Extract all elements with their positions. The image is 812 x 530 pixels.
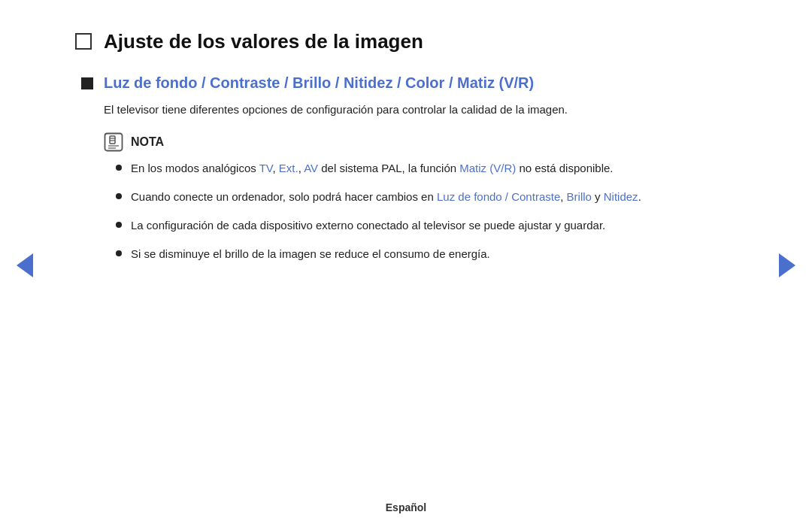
bullet-text-1: En los modos analógicos TV, Ext., AV del… bbox=[131, 159, 614, 177]
black-square-icon bbox=[81, 77, 93, 89]
nota-block: NOTA En los modos analógicos TV, Ext., A… bbox=[104, 132, 737, 263]
link-ext[interactable]: Ext. bbox=[279, 162, 298, 174]
footer-text: Español bbox=[386, 501, 426, 513]
footer: Español bbox=[0, 501, 812, 513]
bullet-text-2: Cuando conecte un ordenador, solo podrá … bbox=[131, 188, 641, 206]
arrow-left-icon bbox=[17, 253, 33, 277]
section-description: El televisor tiene diferentes opciones d… bbox=[104, 101, 737, 119]
list-item: En los modos analógicos TV, Ext., AV del… bbox=[116, 159, 737, 177]
link-luz-contraste[interactable]: Luz de fondo / Contraste bbox=[437, 190, 560, 203]
nota-icon bbox=[104, 132, 123, 152]
link-matiz-vr[interactable]: Matiz (V/R) bbox=[459, 162, 516, 174]
list-item: Cuando conecte un ordenador, solo podrá … bbox=[116, 188, 737, 206]
link-nitidez[interactable]: Nitidez bbox=[604, 190, 638, 203]
nota-header: NOTA bbox=[104, 132, 737, 152]
nav-left-button[interactable] bbox=[14, 250, 36, 280]
list-item: La configuración de cada dispositivo ext… bbox=[116, 217, 737, 235]
bullet-dot bbox=[116, 165, 122, 171]
arrow-right-icon bbox=[779, 253, 795, 277]
bullet-dot bbox=[116, 222, 122, 228]
section-header: Luz de fondo / Contraste / Brillo / Niti… bbox=[81, 74, 737, 92]
nota-label: NOTA bbox=[131, 135, 164, 149]
bullet-dot bbox=[116, 193, 122, 199]
list-item: Si se disminuye el brillo de la imagen s… bbox=[116, 245, 737, 263]
page-title-row: Ajuste de los valores de la imagen bbox=[75, 30, 737, 53]
page-container: Ajuste de los valores de la imagen Luz d… bbox=[0, 0, 812, 530]
svg-rect-1 bbox=[110, 136, 115, 144]
link-tv[interactable]: TV bbox=[259, 162, 273, 174]
page-title: Ajuste de los valores de la imagen bbox=[104, 30, 423, 53]
nav-right-button[interactable] bbox=[776, 250, 798, 280]
bullet-dot bbox=[116, 250, 122, 256]
bullet-text-4: Si se disminuye el brillo de la imagen s… bbox=[131, 245, 490, 263]
link-brillo[interactable]: Brillo bbox=[567, 190, 592, 203]
checkbox-icon bbox=[75, 33, 92, 50]
bullet-text-3: La configuración de cada dispositivo ext… bbox=[131, 217, 605, 235]
bullet-list: En los modos analógicos TV, Ext., AV del… bbox=[116, 159, 737, 263]
link-av[interactable]: AV bbox=[304, 162, 318, 174]
section-title: Luz de fondo / Contraste / Brillo / Niti… bbox=[104, 74, 534, 92]
section: Luz de fondo / Contraste / Brillo / Niti… bbox=[81, 74, 737, 263]
